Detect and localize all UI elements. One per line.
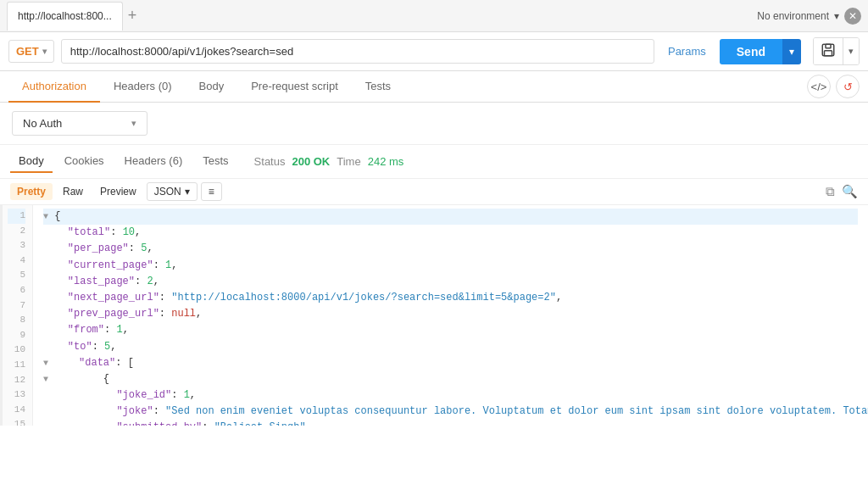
method-label: GET [16,45,39,58]
line-numbers: 123456789101112131415161718 [3,205,33,426]
wrap-button[interactable]: ≡ [201,182,222,201]
raw-button[interactable]: Raw [56,183,90,200]
params-button[interactable]: Params [661,45,713,58]
auth-section: No Auth ▾ [0,103,868,145]
save-group: ▾ [813,37,860,65]
tab-body[interactable]: Body [186,71,238,103]
env-chevron-icon: ▾ [834,10,839,22]
request-tabs: Authorization Headers (0) Body Pre-reque… [0,71,868,103]
auth-dropdown[interactable]: No Auth ▾ [12,111,147,136]
save-chevron-button[interactable]: ▾ [843,38,859,64]
resp-tab-tests[interactable]: Tests [194,150,236,173]
code-icon-button[interactable]: </> [807,75,831,98]
time-label: Time [337,155,360,168]
browser-tab[interactable]: http://localhost:800... [7,2,123,31]
collapse-arrow[interactable]: ▼ [43,212,48,221]
collapse-arrow[interactable]: ▼ [43,375,48,384]
resp-tab-body[interactable]: Body [10,150,53,173]
search-button[interactable]: 🔍 [842,184,858,199]
status-info: Status 200 OK Time 242 ms [254,155,404,168]
method-selector[interactable]: GET ▾ [8,40,54,63]
url-bar: GET ▾ Params Send ▾ ▾ [0,32,868,71]
resp-tab-cookies[interactable]: Cookies [56,150,113,173]
code-area[interactable]: 123456789101112131415161718 ▼ { "total":… [0,205,868,426]
resp-actions: ⧉ 🔍 [826,184,858,199]
format-selector[interactable]: JSON ▾ [147,182,198,201]
url-input[interactable] [61,39,654,64]
env-label[interactable]: No environment [757,10,829,22]
tab-prerequest[interactable]: Pre-request script [237,71,352,103]
collapse-arrow[interactable]: ▼ [43,359,48,368]
resp-tab-headers[interactable]: Headers (6) [116,150,192,173]
svg-rect-1 [826,44,831,48]
time-value: 242 ms [368,155,404,168]
send-group: Send ▾ [720,39,801,64]
resp-toolbar: Pretty Raw Preview JSON ▾ ≡ ⧉ 🔍 [0,179,868,205]
copy-button[interactable]: ⧉ [826,184,835,199]
close-env-button[interactable]: ✕ [844,8,861,25]
auth-value: No Auth [23,117,62,130]
tab-url-label: http://localhost:800... [18,10,112,22]
save-button[interactable] [814,38,843,64]
response-header: Body Cookies Headers (6) Tests Status 20… [0,145,868,179]
code-content: ▼ { "total": 10, "per_page": 5, "current… [33,205,868,426]
svg-rect-2 [825,51,832,56]
auth-chevron-icon: ▾ [131,118,136,129]
new-tab-button[interactable]: + [123,7,142,25]
send-chevron-button[interactable]: ▾ [782,39,801,64]
env-selector: No environment ▾ ✕ [757,8,861,25]
status-value: 200 OK [292,155,330,168]
tab-tests[interactable]: Tests [352,71,404,103]
tab-authorization[interactable]: Authorization [8,71,100,103]
status-label: Status [254,155,286,168]
save-icon [821,42,836,58]
format-label: JSON [154,186,181,198]
method-chevron-icon: ▾ [42,47,47,56]
tab-headers[interactable]: Headers (0) [100,71,186,103]
send-button[interactable]: Send [720,39,782,64]
top-bar: http://localhost:800... + No environment… [0,0,868,32]
preview-button[interactable]: Preview [93,183,143,200]
pretty-button[interactable]: Pretty [10,183,53,200]
format-chevron-icon: ▾ [185,186,190,198]
tab-icons: </> ↺ [807,75,860,98]
refresh-icon-button[interactable]: ↺ [836,75,860,98]
